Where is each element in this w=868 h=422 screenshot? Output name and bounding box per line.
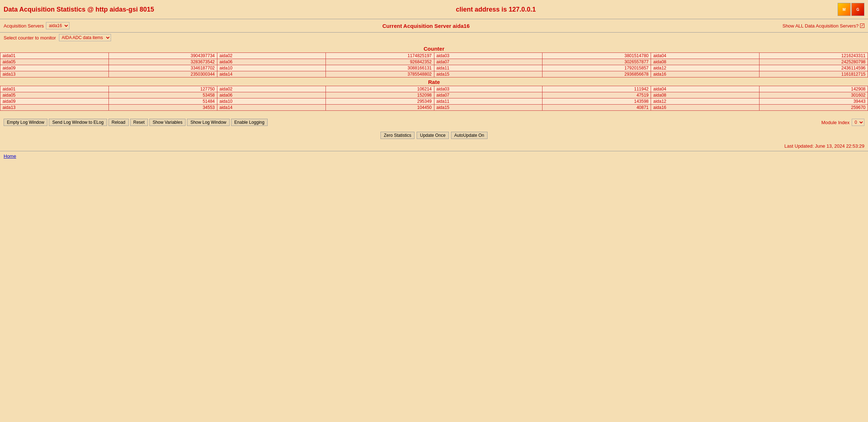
reload-button[interactable]: Reload	[109, 119, 129, 126]
counter-cell-value: 3904397734	[109, 53, 217, 59]
rate-cell-name: aida13	[0, 105, 109, 111]
counter-cell-name: aida07	[434, 59, 542, 65]
rate-cell-value: 34553	[109, 105, 217, 111]
rate-section-header: Rate	[0, 77, 868, 86]
acq-server-selector: Acquisition Servers aida16 aida01 aida02…	[4, 22, 69, 29]
home-link[interactable]: Home	[4, 153, 16, 159]
rate-cell-name: aida01	[0, 86, 109, 92]
buttons-bar: Empty Log Window Send Log Window to ELog…	[0, 115, 868, 130]
rate-cell-value: 51484	[109, 98, 217, 105]
counter-cell-value: 3785548802	[326, 71, 434, 77]
counter-cell-name: aida08	[651, 59, 760, 65]
server-select[interactable]: aida16 aida01 aida02 aida03	[46, 22, 69, 29]
module-index-area: Module Index 0 1 2	[821, 119, 864, 126]
logo-area: M G	[838, 3, 864, 16]
rate-cell-value: 152098	[326, 92, 434, 98]
counter-cell-value: 2350300344	[109, 71, 217, 77]
counter-cell-value: 1792015857	[542, 65, 651, 71]
counter-cell-value: 2425280798	[760, 59, 868, 65]
counter-cell-value: 1216243311	[760, 53, 868, 59]
rate-cell-name: aida15	[434, 105, 542, 111]
rate-cell-value: 301602	[760, 92, 868, 98]
counter-cell-name: aida02	[217, 53, 326, 59]
rate-cell-name: aida06	[217, 92, 326, 98]
rate-table: aida01127750aida02106214aida03111942aida…	[0, 86, 868, 111]
counter-type-select[interactable]: AIDA ADC data items AIDA TDC data items …	[59, 34, 111, 41]
rate-cell-value: 40871	[542, 105, 651, 111]
midas-logo: M	[838, 3, 851, 16]
show-all-label: Show ALL Data Acquisition Servers?	[782, 23, 859, 29]
counter-cell-value: 2436114596	[760, 65, 868, 71]
counter-cell-name: aida13	[0, 71, 109, 77]
rate-cell-name: aida16	[651, 105, 760, 111]
counter-cell-value: 3283673542	[109, 59, 217, 65]
action-buttons-left: Empty Log Window Send Log Window to ELog…	[4, 119, 268, 126]
send-log-window-button[interactable]: Send Log Window to ELog	[49, 119, 107, 126]
counter-cell-value: 3026557877	[542, 59, 651, 65]
counter-select-label: Select counter to monitor	[4, 35, 56, 41]
counter-table: aida013904397734aida021174825197aida0338…	[0, 52, 868, 77]
show-log-window-button[interactable]: Show Log Window	[187, 119, 229, 126]
current-server-label: Current Acquisition Server aida16	[382, 23, 469, 29]
counter-cell-name: aida14	[217, 71, 326, 77]
reset-button[interactable]: Reset	[130, 119, 148, 126]
zero-statistics-button[interactable]: Zero Statistics	[380, 132, 414, 139]
rate-cell-value: 143598	[542, 98, 651, 105]
rate-cell-value: 53458	[109, 92, 217, 98]
counter-cell-name: aida06	[217, 59, 326, 65]
autoupdate-on-button[interactable]: AutoUpdate On	[451, 132, 488, 139]
footer: Home	[0, 151, 868, 163]
counter-cell-name: aida12	[651, 65, 760, 71]
rate-cell-value: 127750	[109, 86, 217, 92]
rate-cell-name: aida07	[434, 92, 542, 98]
counter-cell-value: 1161812715	[760, 71, 868, 77]
statistics-action-buttons: Zero Statistics Update Once AutoUpdate O…	[0, 130, 868, 141]
counter-cell-value: 3801514780	[542, 53, 651, 59]
rate-cell-value: 106214	[326, 86, 434, 92]
counter-cell-name: aida01	[0, 53, 109, 59]
rate-cell-value: 295349	[326, 98, 434, 105]
last-updated: Last Updated: June 13, 2024 22:53:29	[0, 141, 868, 151]
counter-cell-name: aida05	[0, 59, 109, 65]
rate-cell-value: 142908	[760, 86, 868, 92]
gsi-logo: G	[851, 3, 864, 16]
counter-cell-value: 3346187702	[109, 65, 217, 71]
show-variables-button[interactable]: Show Variables	[149, 119, 186, 126]
enable-logging-button[interactable]: Enable Logging	[231, 119, 268, 126]
show-all-checkbox[interactable]	[860, 24, 864, 28]
counter-cell-name: aida16	[651, 71, 760, 77]
update-once-button[interactable]: Update Once	[417, 132, 449, 139]
rate-cell-name: aida14	[217, 105, 326, 111]
rate-cell-name: aida10	[217, 98, 326, 105]
empty-log-window-button[interactable]: Empty Log Window	[4, 119, 47, 126]
counter-cell-name: aida11	[434, 65, 542, 71]
counter-cell-name: aida04	[651, 53, 760, 59]
page-title: Data Acquisition Statistics @ http aidas…	[4, 6, 154, 13]
counter-cell-name: aida10	[217, 65, 326, 71]
counter-cell-name: aida15	[434, 71, 542, 77]
rate-cell-name: aida12	[651, 98, 760, 105]
counter-cell-value: 2936856678	[542, 71, 651, 77]
rate-cell-name: aida02	[217, 86, 326, 92]
rate-cell-name: aida08	[651, 92, 760, 98]
acquisition-bar: Acquisition Servers aida16 aida01 aida02…	[0, 19, 868, 32]
rate-cell-name: aida05	[0, 92, 109, 98]
rate-cell-name: aida09	[0, 98, 109, 105]
counter-cell-name: aida09	[0, 65, 109, 71]
counter-cell-name: aida03	[434, 53, 542, 59]
rate-cell-value: 39443	[760, 98, 868, 105]
counter-select-bar: Select counter to monitor AIDA ADC data …	[0, 33, 868, 44]
counter-cell-value: 1174825197	[326, 53, 434, 59]
show-all-servers[interactable]: Show ALL Data Acquisition Servers?	[782, 23, 864, 29]
page-header: Data Acquisition Statistics @ http aidas…	[0, 0, 868, 19]
module-index-label: Module Index	[821, 120, 850, 125]
rate-cell-name: aida04	[651, 86, 760, 92]
counter-cell-value: 926842352	[326, 59, 434, 65]
acq-servers-label: Acquisition Servers	[4, 23, 44, 29]
rate-cell-name: aida03	[434, 86, 542, 92]
rate-cell-value: 104450	[326, 105, 434, 111]
module-index-select[interactable]: 0 1 2	[852, 119, 864, 126]
rate-cell-value: 47519	[542, 92, 651, 98]
rate-cell-name: aida11	[434, 98, 542, 105]
client-address: client address is 127.0.0.1	[456, 6, 536, 13]
